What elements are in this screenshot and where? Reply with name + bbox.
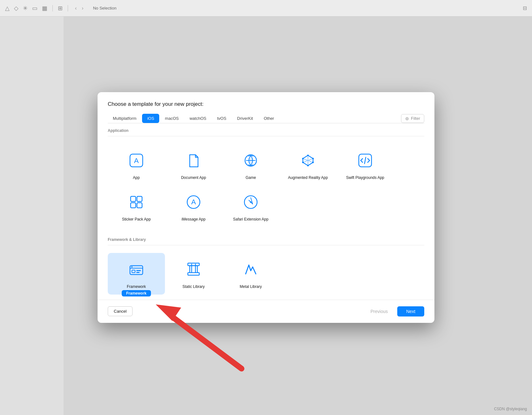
- tab-other[interactable]: Other: [259, 114, 279, 123]
- template-game[interactable]: Game: [222, 144, 279, 186]
- tab-watchos[interactable]: watchOS: [184, 114, 211, 123]
- template-framework[interactable]: Framework Framework: [108, 253, 165, 295]
- cancel-button[interactable]: Cancel: [108, 306, 133, 316]
- svg-point-12: [302, 162, 304, 163]
- template-static-library[interactable]: Static Library: [165, 253, 222, 295]
- safari-extension-label: Safari Extension App: [233, 217, 268, 222]
- next-button[interactable]: Next: [397, 306, 424, 316]
- svg-rect-16: [137, 196, 142, 201]
- svg-rect-34: [188, 263, 199, 266]
- tab-multiplatform[interactable]: Multiplatform: [108, 114, 141, 123]
- imessage-app-icon: A: [182, 191, 205, 214]
- modal-body: Application A App: [98, 123, 434, 299]
- framework-label: Framework: [127, 284, 146, 289]
- svg-rect-29: [136, 270, 141, 271]
- svg-point-9: [312, 158, 314, 160]
- previous-button[interactable]: Previous: [364, 306, 394, 316]
- tab-driverkit[interactable]: DriverKit: [232, 114, 258, 123]
- svg-text:A: A: [134, 157, 139, 165]
- modal-footer: Cancel Previous Next: [98, 300, 434, 323]
- template-imessage-app[interactable]: A iMessage App: [165, 186, 222, 227]
- section-application: Application: [108, 123, 424, 136]
- metal-library-label: Metal Library: [240, 284, 262, 289]
- filter-label: Filter: [411, 116, 420, 121]
- template-document-app[interactable]: Document App: [165, 144, 222, 186]
- svg-point-10: [312, 162, 314, 163]
- template-sticker-pack[interactable]: Sticker Pack App: [108, 186, 165, 227]
- platform-tabs: Multiplatform iOS macOS watchOS tvOS Dri…: [108, 114, 424, 123]
- game-label: Game: [246, 175, 256, 180]
- framework-grid: Framework Framework: [108, 248, 424, 300]
- metal-library-icon: [239, 258, 262, 281]
- template-swift-playgrounds[interactable]: Swift Playgrounds App: [337, 144, 394, 186]
- sticker-pack-label: Sticker Pack App: [122, 217, 151, 222]
- selected-badge: Framework: [122, 290, 151, 296]
- document-app-icon: [182, 149, 205, 172]
- template-app[interactable]: A App: [108, 144, 165, 186]
- app-label: App: [133, 175, 140, 180]
- filter-box[interactable]: ⊜ Filter: [401, 114, 424, 123]
- tab-tvos[interactable]: tvOS: [212, 114, 231, 123]
- svg-rect-17: [131, 203, 136, 208]
- svg-point-24: [250, 201, 252, 203]
- swift-playgrounds-label: Swift Playgrounds App: [346, 175, 384, 180]
- template-ar-app[interactable]: Augmented Reality App: [279, 144, 337, 186]
- modal-header: Choose a template for your new project: …: [98, 92, 434, 123]
- tab-ios[interactable]: iOS: [142, 114, 159, 123]
- template-metal-library[interactable]: Metal Library: [222, 253, 279, 295]
- swift-playgrounds-icon: [354, 149, 377, 172]
- watermark: CSDN @styleqiang: [494, 407, 527, 411]
- svg-rect-15: [131, 196, 136, 201]
- svg-point-8: [307, 155, 309, 156]
- svg-rect-18: [137, 203, 142, 208]
- sticker-pack-icon: [125, 191, 148, 214]
- static-library-icon: [182, 258, 205, 281]
- modal-overlay: Choose a template for your new project: …: [0, 0, 532, 415]
- tab-macos[interactable]: macOS: [160, 114, 184, 123]
- svg-point-13: [302, 158, 304, 160]
- new-project-modal: Choose a template for your new project: …: [98, 92, 434, 323]
- filter-icon: ⊜: [405, 116, 409, 121]
- ar-app-icon: [297, 149, 319, 172]
- application-grid: A App Document App: [108, 139, 424, 232]
- template-safari-extension[interactable]: Safari Extension App: [222, 186, 279, 227]
- svg-point-27: [131, 266, 133, 268]
- ar-app-label: Augmented Reality App: [288, 175, 328, 180]
- svg-rect-28: [132, 270, 135, 273]
- imessage-app-label: iMessage App: [181, 217, 205, 222]
- app-icon: A: [125, 149, 148, 172]
- static-library-label: Static Library: [182, 284, 205, 289]
- svg-rect-30: [136, 272, 140, 273]
- section-framework: Framework & Library: [108, 232, 424, 245]
- footer-right: Previous Next: [364, 306, 424, 316]
- game-icon: [239, 149, 262, 172]
- modal-title: Choose a template for your new project:: [108, 101, 424, 107]
- framework-icon: [125, 258, 148, 281]
- svg-point-11: [307, 165, 309, 167]
- svg-text:A: A: [191, 198, 196, 206]
- safari-extension-icon: [239, 191, 262, 214]
- document-app-label: Document App: [181, 175, 206, 180]
- svg-rect-31: [188, 273, 199, 275]
